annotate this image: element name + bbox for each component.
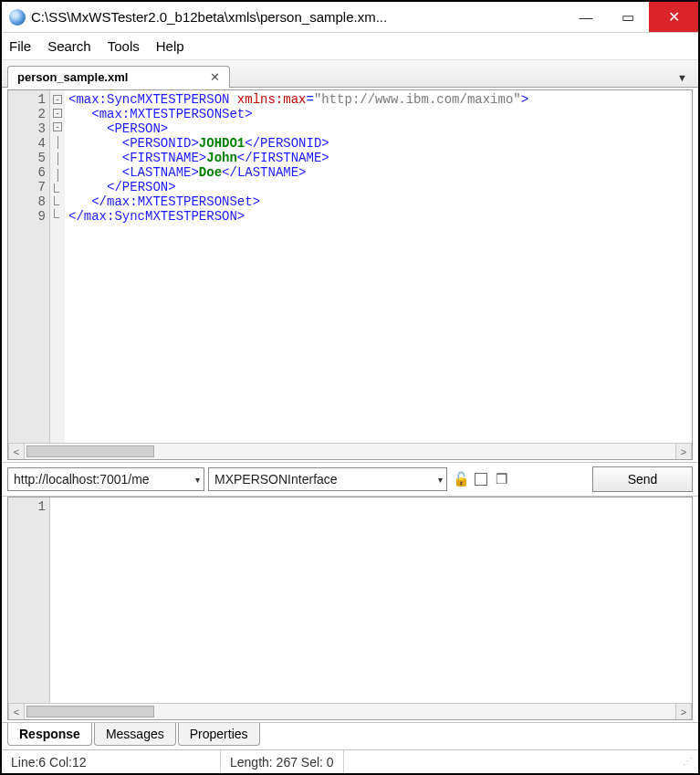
scroll-thumb[interactable]: [26, 445, 154, 457]
editor-scroll[interactable]: 1 2 3 4 5 6 7 8 9 - - - <max:SyncMXTESTP…: [8, 90, 692, 443]
bottom-tabstrip: Response Messages Properties: [2, 722, 698, 749]
scroll-track[interactable]: [25, 444, 675, 459]
menu-file[interactable]: File: [9, 38, 31, 54]
response-hscrollbar[interactable]: < >: [8, 703, 692, 719]
tab-properties[interactable]: Properties: [178, 723, 260, 746]
status-bar: Line:6 Col:12 Length: 267 Sel: 0 ⋰: [2, 749, 698, 773]
fold-toggle-icon[interactable]: -: [53, 109, 62, 118]
editor-panel: 1 2 3 4 5 6 7 8 9 - - - <max:SyncMXTESTP…: [7, 89, 693, 460]
line-number: 1: [16, 499, 46, 514]
menu-bar: File Search Tools Help: [2, 33, 698, 60]
line-number: 8: [16, 194, 46, 209]
app-icon: [9, 9, 26, 26]
line-number-gutter: 1 2 3 4 5 6 7 8 9: [8, 90, 50, 443]
interface-combo[interactable]: MXPERSONInterface ▾: [208, 467, 447, 491]
status-length: Length: 267 Sel: 0: [221, 750, 344, 773]
line-number: 7: [16, 180, 46, 194]
url-value: http://localhost:7001/me: [14, 472, 192, 487]
window-controls: — ▭ ✕: [565, 2, 698, 32]
status-position: Line:6 Col:12: [2, 750, 221, 773]
send-button[interactable]: Send: [592, 466, 693, 492]
scroll-left-icon[interactable]: <: [8, 444, 25, 459]
code-area[interactable]: <max:SyncMXTESTPERSON xmlns:max="http://…: [65, 90, 692, 443]
scroll-thumb[interactable]: [26, 706, 154, 717]
line-number: 5: [16, 151, 46, 165]
line-number: 9: [16, 209, 46, 224]
fold-gutter[interactable]: - - -: [50, 90, 65, 443]
option-checkbox[interactable]: [475, 473, 487, 486]
fold-toggle-icon[interactable]: -: [53, 95, 62, 104]
tab-messages[interactable]: Messages: [94, 723, 176, 746]
tab-person-sample[interactable]: person_sample.xml ✕: [7, 66, 230, 88]
scroll-track[interactable]: [25, 704, 675, 719]
copy-icon[interactable]: ❐: [491, 468, 511, 490]
line-number: 1: [16, 92, 46, 107]
scroll-right-icon[interactable]: >: [675, 444, 692, 459]
tab-label: person_sample.xml: [17, 70, 128, 84]
tab-overflow-icon[interactable]: ▼: [672, 68, 693, 87]
line-number: 4: [16, 136, 46, 151]
line-number: 3: [16, 121, 46, 136]
menu-tools[interactable]: Tools: [108, 38, 140, 54]
fold-toggle-icon[interactable]: -: [53, 122, 62, 131]
chevron-down-icon[interactable]: ▾: [434, 475, 443, 485]
menu-help[interactable]: Help: [156, 38, 184, 54]
window-title: C:\SS\MxWSTester2.0_b12beta\xmls\person_…: [31, 9, 565, 25]
interface-value: MXPERSONInterface: [214, 472, 434, 487]
response-code-area[interactable]: [50, 497, 692, 703]
scroll-right-icon[interactable]: >: [675, 704, 692, 719]
close-button[interactable]: ✕: [649, 2, 698, 32]
minimize-button[interactable]: —: [565, 2, 607, 32]
resize-grip-icon[interactable]: ⋰: [677, 756, 698, 768]
line-number: 2: [16, 107, 46, 121]
editor-hscrollbar[interactable]: < >: [8, 443, 692, 459]
response-panel: 1 < >: [7, 497, 693, 720]
window-titlebar: C:\SS\MxWSTester2.0_b12beta\xmls\person_…: [2, 2, 698, 33]
maximize-button[interactable]: ▭: [607, 2, 649, 32]
request-toolbar: http://localhost:7001/me ▾ MXPERSONInter…: [2, 462, 698, 497]
response-scroll[interactable]: 1: [8, 497, 692, 703]
scroll-left-icon[interactable]: <: [8, 704, 25, 719]
line-number: 6: [16, 165, 46, 180]
chevron-down-icon[interactable]: ▾: [192, 475, 200, 485]
tab-response[interactable]: Response: [7, 723, 92, 746]
response-gutter: 1: [8, 497, 50, 703]
lock-icon[interactable]: 🔓: [451, 468, 471, 490]
tab-close-icon[interactable]: ✕: [210, 70, 220, 84]
menu-search[interactable]: Search: [47, 38, 91, 54]
document-tabstrip: person_sample.xml ✕ ▼: [2, 60, 698, 88]
url-combo[interactable]: http://localhost:7001/me ▾: [7, 467, 204, 491]
